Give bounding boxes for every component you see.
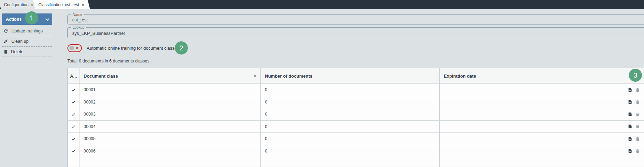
delete-row-icon[interactable]: [635, 124, 640, 129]
active-check-cell[interactable]: [68, 145, 79, 158]
delete-row-icon[interactable]: [635, 112, 640, 117]
check-icon: [71, 99, 76, 105]
row-actions-cell: [623, 145, 644, 158]
document-class-cell: 00001: [79, 84, 261, 96]
empty-cell: [440, 157, 623, 167]
delete-row-icon[interactable]: [635, 88, 640, 92]
add-document-icon[interactable]: [628, 112, 632, 117]
tab-label: Classification: cst_test: [38, 2, 79, 7]
expiration-date-cell: [440, 96, 623, 109]
sidebar-item-update-trainings[interactable]: Update trainings: [2, 26, 52, 36]
sidebar-item-clean-up[interactable]: Clean up: [2, 36, 52, 47]
sort-icon[interactable]: [253, 74, 257, 78]
app-window: { "tabs": [ { "label": "Configuration", …: [0, 0, 644, 167]
check-icon: [71, 124, 76, 129]
expiration-date-cell: [440, 84, 623, 96]
refresh-icon: [3, 29, 8, 33]
delete-row-icon[interactable]: [635, 137, 640, 141]
document-classes-table: A... Document class Number of documents …: [67, 68, 644, 167]
add-document-icon[interactable]: [628, 149, 632, 153]
row-actions-cell: [623, 96, 644, 109]
column-header-number-of-documents: Number of documents: [261, 68, 440, 84]
active-check-cell[interactable]: [68, 84, 79, 96]
document-class-cell: 00003: [79, 108, 261, 121]
empty-cell: [68, 157, 79, 167]
row-actions-cell: [623, 121, 644, 133]
add-document-icon[interactable]: [628, 137, 632, 141]
tab-bar: Configuration × Classification: cst_test…: [0, 0, 644, 9]
sidebar-item-label: Clean up: [11, 39, 29, 44]
check-icon: [71, 87, 76, 92]
active-check-cell[interactable]: [68, 96, 79, 109]
expiration-date-cell: [440, 108, 623, 121]
column-header-document-class: Document class: [79, 68, 261, 84]
lookup-field-label: Lookup: [71, 25, 86, 29]
sidebar-item-label: Update trainings: [11, 29, 43, 33]
add-document-icon[interactable]: [628, 100, 632, 104]
lookup-field[interactable]: Lookup: [67, 27, 644, 38]
active-check-cell[interactable]: [68, 121, 79, 133]
auto-training-label: Automatic online training for document c…: [87, 46, 179, 51]
document-class-cell: 00005: [79, 133, 261, 145]
document-count-cell: 0: [261, 145, 440, 158]
expiration-date-cell: [440, 133, 623, 145]
column-header-active: A...: [68, 68, 79, 84]
active-check-cell[interactable]: [68, 133, 79, 145]
annotation-badge-3: 3: [629, 69, 642, 82]
empty-cell: [79, 157, 261, 167]
toggle-knob: [69, 46, 74, 50]
totals-summary: Total: 0 documents in 6 documents classe…: [67, 59, 149, 63]
document-count-cell: 0: [261, 84, 440, 96]
row-actions-cell: [623, 84, 644, 96]
row-actions-cell: [623, 133, 644, 145]
add-document-icon[interactable]: [628, 124, 632, 129]
toggle-off-x-icon: ✕: [76, 46, 79, 50]
broom-icon: [3, 39, 8, 44]
tab-label: Configuration: [4, 2, 28, 7]
column-header-expiration-date: Expiration date: [440, 68, 623, 84]
row-actions-cell: [623, 108, 644, 121]
check-icon: [71, 148, 76, 154]
document-count-cell: 0: [261, 133, 440, 145]
actions-menu-label: Actions: [6, 17, 22, 22]
annotation-badge-2: 2: [175, 41, 188, 55]
document-count-cell: 0: [261, 121, 440, 133]
sidebar-item-delete[interactable]: Delete: [2, 47, 52, 57]
name-field[interactable]: Name: [67, 14, 644, 24]
annotation-badge-1: 1: [25, 11, 38, 24]
close-icon[interactable]: ×: [31, 2, 34, 7]
expiration-date-cell: [440, 145, 623, 158]
document-class-cell: 00006: [79, 145, 261, 158]
document-class-cell: 00004: [79, 121, 261, 133]
empty-cell: [623, 157, 644, 167]
document-count-cell: 0: [261, 108, 440, 121]
auto-training-toggle-row: ✕ Automatic online training for document…: [67, 44, 179, 52]
delete-row-icon[interactable]: [635, 149, 640, 153]
add-document-icon[interactable]: [628, 88, 632, 92]
document-count-cell: 0: [261, 96, 440, 109]
trash-icon: [3, 49, 8, 54]
check-icon: [71, 112, 76, 117]
delete-row-icon[interactable]: [635, 100, 640, 104]
column-header-label: Document class: [84, 73, 118, 79]
active-check-cell[interactable]: [68, 108, 79, 121]
document-class-cell: 00002: [79, 96, 261, 109]
auto-training-toggle[interactable]: ✕: [67, 44, 82, 52]
tab-classification-cst-test[interactable]: Classification: cst_test ×: [33, 0, 90, 9]
sidebar-item-label: Delete: [11, 49, 23, 54]
close-icon[interactable]: ×: [82, 2, 84, 7]
lookup-input[interactable]: [68, 28, 644, 38]
name-input[interactable]: [68, 15, 644, 24]
expiration-date-cell: [440, 121, 623, 133]
chevron-down-icon: [45, 17, 49, 20]
name-field-label: Name: [71, 12, 84, 17]
check-icon: [71, 136, 76, 141]
empty-cell: [261, 157, 440, 167]
